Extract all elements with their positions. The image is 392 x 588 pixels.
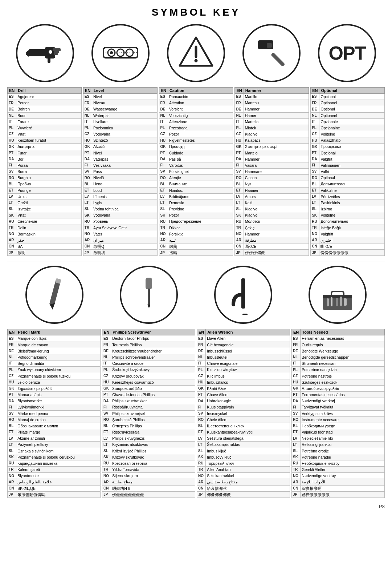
- top-tables-row: EN Drill ESAgujerearFRPercerDEBohrenNLBo…: [7, 87, 385, 256]
- translation: Niveau: [92, 100, 158, 106]
- translation: Varoitus: [168, 162, 233, 168]
- table-row: LVNepieciešamie rīki: [292, 435, 385, 442]
- translation: Készítsen furatot: [16, 137, 82, 144]
- lang-code: SK: [83, 212, 92, 218]
- table-row: ITMartello: [235, 118, 309, 125]
- table-row: ESAgujerear: [8, 94, 82, 100]
- hammer-icon: [242, 24, 301, 82]
- table-row: DEBohren: [8, 106, 82, 112]
- table-row: SLKrižni izvijač Phillips: [102, 448, 195, 454]
- lang-code: SV: [159, 169, 168, 175]
- translation: Lyijykynämerkki: [16, 404, 101, 410]
- translation: Valgfritt: [319, 231, 385, 237]
- table-row: GKΧτυπήστε με σφυρί: [235, 144, 309, 150]
- drill-table: EN Drill ESAgujerearFRPercerDEBohrenNLBo…: [7, 87, 82, 256]
- translation: Yıldız Tornavida: [111, 467, 195, 473]
- translation: Cacciavite a croce: [111, 361, 195, 367]
- translation: Märke med penna: [16, 410, 101, 416]
- translation: Attention: [168, 100, 233, 106]
- translation: Lygis: [92, 200, 158, 206]
- translation: Potrebno orodje: [301, 448, 385, 454]
- level-table-header-en: EN: [83, 88, 92, 94]
- table-row: CN哈哀惜弹弦: [197, 485, 290, 491]
- translation: Nødvendige verktøy: [301, 473, 385, 479]
- table-row: BLДопълнителен: [311, 181, 385, 187]
- table-row: GKΣημειώστε με μολύβι: [8, 385, 101, 391]
- translation: Kladivo: [244, 206, 309, 212]
- lang-code: RO: [197, 416, 206, 423]
- lang-code: DE: [8, 106, 16, 112]
- translation: Atzīme ar zīmuli: [16, 435, 101, 442]
- translation: Stjerneskrujern: [111, 473, 195, 479]
- table-row: ARاختياري: [311, 237, 385, 243]
- lang-code: ES: [8, 94, 16, 100]
- translation: Grežti: [16, 200, 82, 206]
- translation: Tournevis Phillips: [111, 342, 195, 348]
- table-row: LTKryžminis atsuktuvas: [102, 442, 195, 448]
- table-row: HUFigyelmeztetés: [159, 137, 233, 144]
- table-row: DAVaterpas: [83, 156, 157, 162]
- translation: 哈哀惜弹弦: [206, 485, 290, 491]
- translation: Необходимые инстру: [301, 460, 385, 466]
- translation: Σταυροκατσάβιδο: [111, 385, 195, 391]
- translation: Valgfrit: [319, 156, 385, 162]
- translation: Poznamenajte si polohu tužkou: [16, 373, 101, 379]
- lang-code: TR: [197, 467, 206, 473]
- lang-code: CN: [292, 485, 301, 491]
- table-row: ETRistkruvikeeraja: [102, 429, 195, 435]
- translation: Urbis: [16, 193, 82, 200]
- table-row: TRKalem İşareti: [8, 467, 101, 473]
- lang-code: DA: [235, 156, 244, 162]
- translation: Chave-de-fendas Phillips: [111, 392, 195, 398]
- translation: Haamer: [244, 187, 309, 193]
- pencil-table-header-word: Pencil Mark: [16, 329, 101, 335]
- lang-code: ES: [102, 335, 111, 342]
- table-row: TRDikkat: [159, 225, 233, 231]
- table-row: ROŞurubelniță Phillips: [102, 416, 195, 423]
- hammer-table: EN Hammer ESMartilloFRMarteauDEHammerNLH…: [234, 87, 309, 256]
- translation: Imbus ključ: [206, 448, 290, 454]
- table-row: HUKeresztfejes csavarhúzó: [102, 379, 195, 385]
- table-row: FRMarque de crayon: [8, 342, 101, 348]
- lang-code: LT: [8, 442, 16, 448]
- translation: Gerekli Aletler: [301, 467, 385, 473]
- lang-code: DE: [311, 106, 319, 112]
- table-row: RUКарандашная пометка: [8, 460, 101, 466]
- lang-code: DA: [311, 156, 319, 162]
- table-row: JP啟明: [8, 250, 82, 256]
- translation: Outils requis: [301, 342, 385, 348]
- translation: Marcaj de creion: [16, 416, 101, 423]
- translation: 傍傲傲傲傲傲傲傲: [111, 491, 195, 498]
- lang-code: AR: [235, 237, 244, 243]
- table-row: RUКрестовая отвертка: [102, 460, 195, 466]
- lang-code: NO: [197, 473, 206, 479]
- translation: Απαιτούμενα εργαλεία: [301, 385, 385, 391]
- lang-code: CN: [159, 243, 168, 250]
- lang-code: NL: [197, 354, 206, 360]
- table-row: DAPhilips skruetrækker: [102, 398, 195, 404]
- table-row: HUVálasztható: [311, 137, 385, 144]
- lang-code: IT: [197, 361, 206, 367]
- lang-code: CN: [102, 485, 111, 491]
- lang-code: ES: [159, 94, 168, 100]
- lang-code: GK: [83, 144, 92, 150]
- svg-point-16: [195, 59, 198, 63]
- lang-code: NO: [235, 231, 244, 237]
- table-row: ARتنبيه: [159, 237, 233, 243]
- translation: Potřebné nástroje: [301, 373, 385, 379]
- table-row: SVHammare: [235, 169, 309, 175]
- lang-code: IT: [235, 118, 244, 125]
- translation: Šešiakampis raktas: [206, 442, 290, 448]
- lang-code: SL: [8, 206, 16, 212]
- translation: Hoiatus.: [168, 187, 233, 193]
- table-row: ROCiocan: [235, 175, 309, 181]
- lang-code: SV: [8, 410, 16, 416]
- translation: Szükséges eszközök: [301, 379, 385, 385]
- table-row: LVPēc izvēles: [311, 193, 385, 200]
- table-row: PTFurar: [8, 150, 82, 156]
- caution-table: EN Caution ESPrecauciónFRAttentionDEVors…: [159, 87, 233, 256]
- lang-code: DE: [292, 348, 301, 354]
- lang-code: BL: [83, 181, 92, 187]
- lang-code: NL: [83, 112, 92, 118]
- lang-code: TR: [311, 225, 319, 231]
